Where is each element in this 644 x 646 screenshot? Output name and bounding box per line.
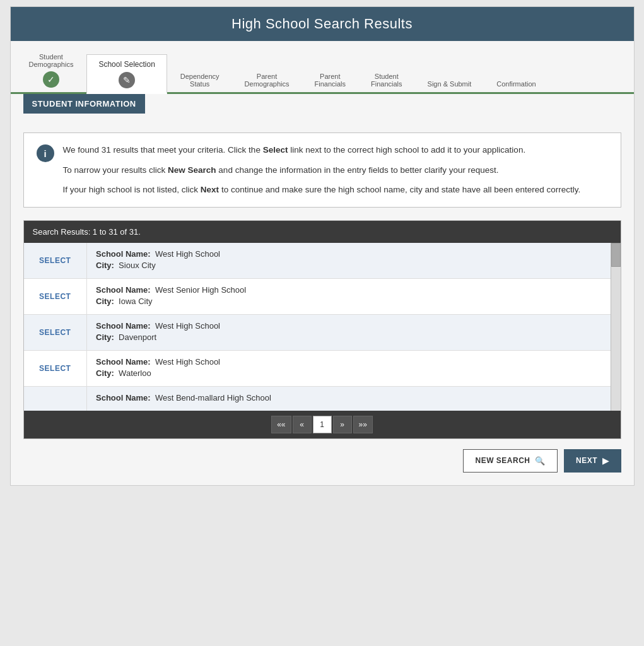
- table-row: School Name: West Bend-mallard High Scho…: [24, 386, 611, 411]
- info-paragraph-1: We found 31 results that meet your crite…: [63, 143, 581, 157]
- tab-icon-school-selection: ✎: [119, 72, 135, 88]
- results-container: Search Results: 1 to 31 of 31. SELECT Sc…: [23, 220, 621, 439]
- school-info-5: School Name: West Bend-mallard High Scho…: [87, 386, 611, 411]
- new-search-button[interactable]: NEW SEARCH 🔍: [463, 449, 558, 473]
- page-header: High School Search Results: [11, 7, 634, 41]
- school-info-2: School Name: West Senior High School Cit…: [87, 278, 611, 314]
- button-row: NEW SEARCH 🔍 NEXT ▶: [23, 449, 621, 473]
- tab-parent-financials[interactable]: Parent Financials: [303, 67, 358, 92]
- school-info-3: School Name: West High School City: Dave…: [87, 314, 611, 350]
- results-header: Search Results: 1 to 31 of 31.: [24, 221, 621, 243]
- next-button[interactable]: NEXT ▶: [564, 449, 621, 473]
- scrollbar-thumb[interactable]: [611, 243, 621, 267]
- tab-icon-student-demographics: ✓: [43, 71, 59, 88]
- pagination-first[interactable]: ««: [271, 416, 291, 433]
- next-label: NEXT: [576, 456, 597, 465]
- tab-dependency-status[interactable]: Dependency Status: [168, 67, 231, 92]
- section-header: STUDENT INFORMATION: [23, 94, 145, 114]
- tab-label-student-financials: Student Financials: [371, 73, 402, 88]
- tab-label-sign-submit: Sign & Submit: [428, 80, 472, 88]
- results-table: SELECT School Name: West High School Cit…: [24, 243, 611, 411]
- school-name-2: School Name: West Senior High School: [96, 285, 602, 295]
- tab-confirmation[interactable]: Confirmation: [484, 74, 547, 92]
- info-text: We found 31 results that meet your crite…: [63, 143, 581, 197]
- pagination-next[interactable]: »: [333, 416, 352, 433]
- table-row: SELECT School Name: West High School Cit…: [24, 350, 611, 386]
- table-row: SELECT School Name: West High School Cit…: [24, 314, 611, 350]
- info-paragraph-2: To narrow your results click New Search …: [63, 163, 581, 177]
- table-row: SELECT School Name: West Senior High Sch…: [24, 278, 611, 314]
- info-box: i We found 31 results that meet your cri…: [23, 132, 621, 208]
- pagination-bar: «« « 1 » »»: [24, 411, 621, 438]
- content-area: STUDENT INFORMATION i We found 31 result…: [11, 94, 634, 485]
- school-name-5: School Name: West Bend-mallard High Scho…: [96, 393, 602, 402]
- select-button-3[interactable]: SELECT: [24, 314, 87, 350]
- tab-parent-demographics[interactable]: Parent Demographics: [233, 67, 302, 92]
- table-row: SELECT School Name: West High School Cit…: [24, 243, 611, 279]
- select-button-5: [24, 386, 87, 411]
- school-info-1: School Name: West High School City: Siou…: [87, 243, 611, 279]
- info-icon: i: [37, 144, 54, 162]
- tab-school-selection[interactable]: School Selection ✎: [86, 54, 167, 94]
- next-arrow-icon: ▶: [602, 456, 609, 466]
- new-search-label: NEW SEARCH: [475, 456, 530, 465]
- app-container: High School Search Results Student Demog…: [10, 6, 635, 486]
- tab-student-demographics[interactable]: Student Demographics ✓: [17, 47, 86, 92]
- school-name-1: School Name: West High School: [96, 249, 602, 259]
- select-button-4[interactable]: SELECT: [24, 350, 87, 386]
- nav-tabs: Student Demographics ✓ School Selection …: [11, 41, 634, 94]
- city-1: City: Sioux City: [96, 261, 602, 270]
- tab-student-financials[interactable]: Student Financials: [359, 67, 414, 92]
- city-2: City: Iowa City: [96, 297, 602, 306]
- tab-label-confirmation: Confirmation: [496, 80, 536, 88]
- tab-label-student-demographics: Student Demographics: [29, 53, 74, 68]
- select-button-2[interactable]: SELECT: [24, 278, 87, 314]
- city-4: City: Waterloo: [96, 368, 602, 378]
- city-3: City: Davenport: [96, 332, 602, 342]
- tab-label-school-selection: School Selection: [98, 60, 155, 69]
- school-name-4: School Name: West High School: [96, 357, 602, 367]
- tab-label-parent-demographics: Parent Demographics: [245, 73, 290, 88]
- tab-label-dependency-status: Dependency Status: [180, 73, 220, 88]
- table-side: SELECT School Name: West High School Cit…: [24, 243, 611, 411]
- pagination-last[interactable]: »»: [353, 416, 373, 433]
- pagination-prev[interactable]: «: [293, 416, 312, 433]
- school-name-3: School Name: West High School: [96, 321, 602, 331]
- school-info-4: School Name: West High School City: Wate…: [87, 350, 611, 386]
- pagination-current[interactable]: 1: [313, 416, 332, 433]
- info-paragraph-3: If your high school is not listed, click…: [63, 183, 581, 197]
- select-button-1[interactable]: SELECT: [24, 243, 87, 279]
- search-icon: 🔍: [535, 456, 546, 466]
- scrollbar-track[interactable]: [611, 243, 621, 411]
- tab-sign-submit[interactable]: Sign & Submit: [416, 74, 484, 92]
- page-title: High School Search Results: [231, 16, 413, 32]
- tab-label-parent-financials: Parent Financials: [315, 73, 346, 88]
- results-table-wrapper: SELECT School Name: West High School Cit…: [24, 243, 621, 411]
